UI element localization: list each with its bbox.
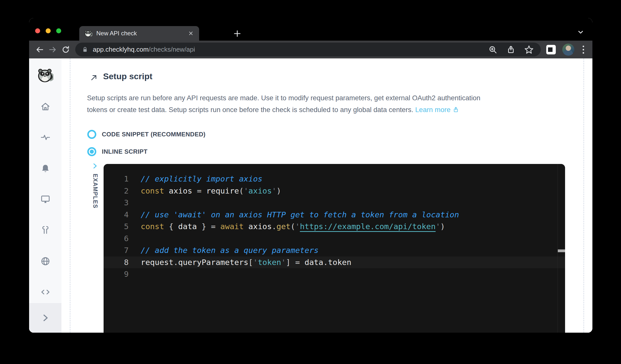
- examples-label: EXAMPLES: [92, 174, 99, 209]
- radio-button-selected[interactable]: [87, 147, 96, 156]
- code-text: const axios = require('axios'): [141, 185, 281, 197]
- reload-icon: [61, 45, 70, 54]
- bell-icon: [40, 163, 51, 174]
- url-bar[interactable]: app.checklyhq.com/checks/new/api: [75, 43, 541, 56]
- raccoon-favicon: [84, 29, 92, 37]
- code-text: request.queryParameters['token'] = data.…: [141, 256, 351, 268]
- radio-button-unselected[interactable]: [87, 130, 96, 139]
- close-window-button[interactable]: [35, 28, 40, 33]
- line-number: 4: [104, 209, 129, 221]
- sidebar-item-private-locations[interactable]: [29, 256, 61, 267]
- url-text: app.checklyhq.com/checks/new/api: [93, 46, 195, 53]
- tab-search-button[interactable]: [576, 28, 585, 37]
- code-line[interactable]: 2const axios = require('axios'): [104, 185, 565, 197]
- section-description: Setup scripts are run before any API req…: [87, 92, 580, 116]
- code-text: // explicitly import axios: [141, 173, 262, 185]
- line-number: 9: [104, 268, 129, 280]
- learn-more-link[interactable]: Learn more: [415, 106, 459, 114]
- external-link-icon: [452, 106, 459, 113]
- code-line[interactable]: 5const { data } = await axios.get('https…: [104, 221, 565, 233]
- wrench-icon: [40, 225, 51, 236]
- radio-option-code-snippet[interactable]: CODE SNIPPET (RECOMMENDED): [87, 130, 205, 139]
- share-button[interactable]: [505, 44, 517, 55]
- maximize-window-button[interactable]: [56, 28, 61, 33]
- code-line[interactable]: 1// explicitly import axios: [104, 173, 565, 185]
- sidebar-item-home[interactable]: [29, 101, 61, 112]
- lock-icon: [81, 46, 89, 53]
- app-sidebar: [29, 58, 61, 333]
- arrow-up-right-icon: [90, 73, 98, 82]
- monitor-icon: [40, 194, 51, 205]
- chevron-down-icon: [576, 28, 585, 37]
- reload-button[interactable]: [59, 43, 72, 56]
- screen: New API check: [0, 0, 621, 364]
- forward-button[interactable]: [46, 43, 59, 56]
- new-tab-button[interactable]: [233, 29, 242, 38]
- examples-drawer-toggle[interactable]: EXAMPLES: [89, 162, 101, 209]
- bookmark-star-button[interactable]: [523, 44, 535, 55]
- back-icon: [35, 45, 44, 54]
- examples-chevron-icon: [91, 162, 99, 170]
- code-line[interactable]: 9: [104, 268, 565, 280]
- code-lines: 1// explicitly import axios2const axios …: [104, 164, 565, 280]
- line-number: 1: [104, 173, 129, 185]
- scrollbar-thumb[interactable]: [558, 249, 565, 252]
- browser-window: New API check: [29, 18, 592, 333]
- line-number: 5: [104, 221, 129, 233]
- chevron-right-icon: [40, 312, 51, 323]
- radio-label: CODE SNIPPET (RECOMMENDED): [102, 131, 205, 138]
- traffic-lights: [35, 28, 61, 33]
- zoom-button[interactable]: [487, 44, 499, 55]
- code-line[interactable]: 7// add the token as a query parameters: [104, 244, 565, 256]
- code-text: // add the token as a query parameters: [141, 244, 319, 256]
- page-content: Setup script Setup scripts are run befor…: [29, 58, 592, 333]
- sidebar-expand-button[interactable]: [29, 303, 61, 333]
- learn-more-label: Learn more: [415, 106, 451, 114]
- code-line[interactable]: 6: [104, 233, 565, 245]
- setup-script-page: Setup script Setup scripts are run befor…: [61, 58, 592, 333]
- globe-icon: [40, 256, 51, 267]
- tab-new-api-check[interactable]: New API check: [79, 26, 199, 41]
- tab-strip: New API check: [29, 18, 592, 41]
- line-number: 3: [104, 197, 129, 209]
- side-panel-icon[interactable]: [546, 45, 556, 54]
- code-icon: [40, 287, 51, 298]
- right-panel-divider[interactable]: [583, 58, 584, 333]
- line-number: 8: [104, 256, 129, 268]
- activity-icon: [40, 132, 51, 143]
- minimize-window-button[interactable]: [46, 28, 51, 33]
- line-number: 2: [104, 185, 129, 197]
- page-title: Setup script: [103, 71, 152, 81]
- home-icon: [40, 101, 51, 112]
- back-button[interactable]: [33, 43, 46, 56]
- code-line[interactable]: 3: [104, 197, 565, 209]
- plus-icon: [233, 29, 242, 38]
- code-line[interactable]: 8request.queryParameters['token'] = data…: [104, 256, 565, 268]
- description-line2: tokens or create test data. Setup script…: [87, 106, 415, 114]
- forward-icon: [48, 45, 57, 54]
- line-number: 7: [104, 244, 129, 256]
- url-domain: app.checklyhq.com: [93, 46, 149, 53]
- browser-toolbar: app.checklyhq.com/checks/new/api: [29, 41, 592, 58]
- code-text: const { data } = await axios.get('https:…: [141, 221, 445, 233]
- left-panel-divider: [70, 58, 70, 333]
- checkly-logo[interactable]: [29, 67, 61, 83]
- tab-title: New API check: [96, 30, 188, 37]
- kebab-menu-icon[interactable]: [578, 44, 588, 56]
- code-line[interactable]: 4// use 'await' on an axios HTTP get to …: [104, 209, 565, 221]
- code-editor[interactable]: 1// explicitly import axios2const axios …: [104, 164, 565, 333]
- sidebar-item-checks[interactable]: [29, 132, 61, 143]
- code-text: // use 'await' on an axios HTTP get to f…: [141, 209, 459, 221]
- close-icon[interactable]: [188, 30, 194, 37]
- sidebar-item-dashboards[interactable]: [29, 194, 61, 205]
- sidebar-item-alerts[interactable]: [29, 163, 61, 174]
- description-line1: Setup scripts are run before any API req…: [87, 94, 480, 102]
- sidebar-item-snippets[interactable]: [29, 287, 61, 298]
- line-number: 6: [104, 233, 129, 245]
- editor-scrollbar[interactable]: [558, 164, 565, 333]
- url-path: /checks/new/api: [149, 46, 195, 53]
- avatar[interactable]: [562, 44, 574, 56]
- sidebar-item-maintenance[interactable]: [29, 225, 61, 236]
- radio-label: INLINE SCRIPT: [102, 148, 147, 155]
- radio-option-inline-script[interactable]: INLINE SCRIPT: [87, 147, 147, 156]
